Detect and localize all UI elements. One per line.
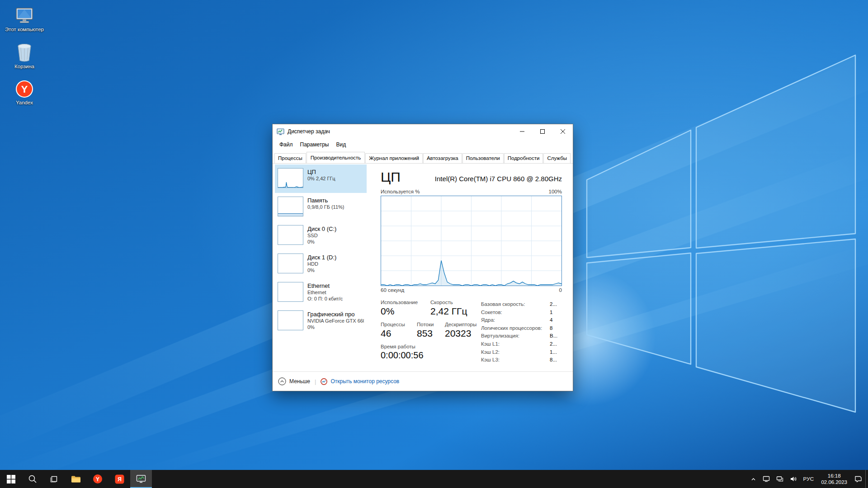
sidebar-item-gpu[interactable]: Графический про NVIDIA GeForce GTX 660 0… [275,307,367,335]
window-controls [512,124,573,139]
resource-monitor-icon [321,378,327,385]
language-indicator[interactable]: РУС [800,470,817,488]
detail-value: 8... [550,356,562,364]
sidebar-item-subtitle2: О: 0 П: 0 кбит/с [307,296,343,302]
tab-details[interactable]: Подробности [504,153,543,163]
fewer-details-button[interactable]: Меньше [278,377,310,385]
sidebar-item-disk1[interactable]: Диск 1 (D:) HDD 0% [275,250,367,278]
sidebar-item-title: Диск 1 (D:) [307,254,336,261]
sidebar-item-subtitle2: 0% [307,324,364,331]
handles-value: 20323 [445,328,481,339]
task-view-button[interactable] [43,470,65,488]
network-icon [776,476,783,482]
this-pc-icon [14,6,34,25]
sidebar-item-subtitle2: 0% [307,267,336,274]
yandex-ya-icon: Я [115,474,124,484]
chevron-up-icon [750,476,756,482]
menu-file[interactable]: Файл [276,140,297,149]
detail-label: Кэш L2: [481,348,550,357]
clock[interactable]: 16:18 02.06.2023 [817,470,851,488]
speed-label: Скорость [430,300,481,305]
cpu-thumbnail-chart [278,168,303,188]
show-desktop-button[interactable] [865,470,868,488]
uptime-value: 0:00:00:56 [381,350,424,361]
chevron-up-circle-icon [278,377,286,385]
close-icon [561,129,565,134]
titlebar[interactable]: Диспетчер задач [273,124,573,139]
detail-value: 2... [550,300,562,309]
tab-strip: Процессы Производительность Журнал прило… [273,150,573,164]
detail-value: 1... [550,348,562,357]
memory-thumbnail-chart [278,197,303,216]
tab-app-history[interactable]: Журнал приложений [365,153,423,163]
fewer-details-label: Меньше [289,378,310,385]
svg-text:Y: Y [96,476,99,483]
tab-users[interactable]: Пользователи [462,153,504,163]
hidden-icons-button[interactable] [747,470,760,488]
graph-y-label: Используется % [381,189,420,194]
display-tray-button[interactable] [760,470,773,488]
performance-sidebar: ЦП 0% 2,42 ГГц Память 0,9/8,0 ГБ (11%) Д… [273,164,369,371]
sidebar-item-subtitle2: 0% [307,239,336,245]
taskbar: Y Я [0,470,868,488]
sidebar-item-cpu[interactable]: ЦП 0% 2,42 ГГц [275,164,367,193]
minimize-button[interactable] [512,124,532,139]
yandex-app-button[interactable]: Я [108,470,130,488]
desktop: Этот компьютер Корзина Y Yandex [0,0,868,470]
network-tray-button[interactable] [773,470,787,488]
volume-tray-button[interactable] [787,470,800,488]
sidebar-item-title: ЦП [307,169,335,176]
maximize-button[interactable] [532,124,552,139]
close-button[interactable] [552,124,573,139]
usage-value: 0% [381,305,430,317]
window-footer: Меньше | Открыть монитор ресурсов [273,371,573,391]
detail-label: Виртуализация: [481,332,550,340]
tab-processes[interactable]: Процессы [274,153,306,163]
sidebar-item-memory[interactable]: Память 0,9/8,0 ГБ (11%) [275,193,367,221]
window-title: Диспетчер задач [288,128,512,135]
maximize-icon [540,129,545,134]
search-icon [28,474,37,483]
file-explorer-button[interactable] [65,470,87,488]
desktop-icon-label: Этот компьютер [5,27,44,33]
tab-startup[interactable]: Автозагрузка [423,153,462,163]
task-manager-icon [136,474,146,483]
task-manager-taskbar-button[interactable] [130,470,152,488]
notification-center-button[interactable] [851,470,865,488]
desktop-icon-column: Этот компьютер Корзина Y Yandex [4,6,45,106]
sidebar-item-subtitle: SSD [307,233,336,239]
uptime-label: Время работы [381,344,415,349]
start-button[interactable] [0,470,22,488]
performance-content: ЦП 0% 2,42 ГГц Память 0,9/8,0 ГБ (11%) Д… [273,164,573,371]
volume-icon [790,476,797,482]
yandex-browser-button[interactable]: Y [87,470,108,488]
usage-label: Использование [381,300,430,305]
tab-services[interactable]: Службы [543,153,571,163]
tab-performance[interactable]: Производительность [307,152,365,164]
graph-max-label: 100% [549,189,562,194]
detail-label: Сокетов: [481,309,550,317]
cpu-usage-chart[interactable] [381,196,562,286]
threads-label: Потоки [417,322,445,327]
detail-value: 2... [550,340,562,348]
desktop-icon-recycle-bin[interactable]: Корзина [4,42,45,70]
desktop-icon-yandex[interactable]: Y Yandex [4,80,45,106]
open-resource-monitor-link[interactable]: Открыть монитор ресурсов [321,378,399,385]
sidebar-item-disk0[interactable]: Диск 0 (C:) SSD 0% [275,221,367,250]
system-tray: РУС 16:18 02.06.2023 [747,470,868,488]
sidebar-item-ethernet[interactable]: Ethernet Ethernet О: 0 П: 0 кбит/с [275,278,367,307]
cpu-stats: Использование Скорость 0% 2,42 ГГц Проце… [381,300,562,366]
menu-view[interactable]: Вид [332,140,349,149]
display-icon [763,476,770,482]
sidebar-item-title: Память [307,197,344,204]
task-view-icon [50,474,59,483]
desktop-icon-this-pc[interactable]: Этот компьютер [4,6,45,33]
graph-zero-label: 0 [559,287,562,293]
menu-options[interactable]: Параметры [297,140,333,149]
desktop-icon-label: Корзина [14,64,34,70]
detail-label: Кэш L3: [481,356,550,364]
yandex-browser-icon: Y [93,474,103,484]
footer-divider: | [315,378,316,385]
search-button[interactable] [22,470,43,488]
sidebar-item-subtitle: Ethernet [307,290,343,296]
